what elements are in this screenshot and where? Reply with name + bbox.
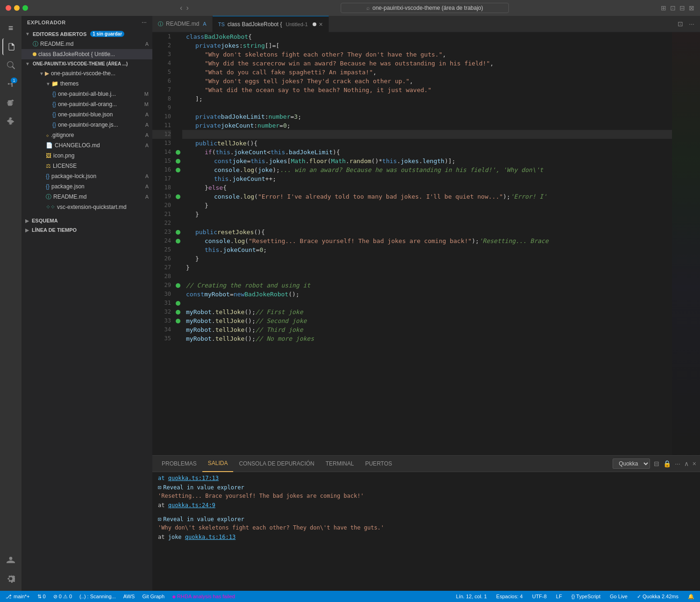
- close-button[interactable]: [6, 5, 11, 11]
- panel-tab-terminal[interactable]: TERMINAL: [320, 456, 360, 472]
- language-icon: {}: [571, 594, 575, 599]
- open-editor-readme[interactable]: ⓘ README.md A: [21, 39, 152, 49]
- project-section[interactable]: ▼ ONE-PAUINTXI-VSCODE-THEME (ÁREA ...): [21, 59, 152, 68]
- layout-icon-1[interactable]: ⊞: [661, 4, 666, 12]
- activity-extensions-icon[interactable]: [2, 113, 19, 130]
- file-vsc-ext[interactable]: ⁘⁘ vsc-extension-quickstart.md: [21, 202, 152, 212]
- file-orange[interactable]: {} one-pauintxi-orange.js... A: [21, 120, 152, 130]
- layout-icon-2[interactable]: ⊡: [670, 4, 676, 12]
- file-package-lock[interactable]: {} package-lock.json A: [21, 171, 152, 181]
- search-bar[interactable]: ⌕ one-pauintxi-vscode-theme (área de tra…: [341, 3, 509, 13]
- status-aws[interactable]: AWS: [121, 594, 137, 599]
- panel-collapse-icon[interactable]: ∧: [684, 460, 689, 467]
- activity-account-icon[interactable]: [2, 552, 19, 568]
- panel-content: at quokka.ts:17:13 ⊡ Reveal in value exp…: [152, 472, 700, 591]
- tab-readme[interactable]: ⓘ README.md A: [152, 16, 213, 32]
- file-icon-png[interactable]: 🖼 icon.png: [21, 150, 152, 161]
- panel-filter-icon[interactable]: ⊟: [654, 460, 659, 467]
- code-line-35: myRobot.tellJoke(); // No more jokes: [182, 334, 672, 343]
- panel-tab-actions: Quokka ⊟ 🔒 ··· ∧ ×: [613, 459, 696, 469]
- code-line-24: console.log("Resetting... Brace yourself…: [182, 236, 672, 245]
- file-gitignore[interactable]: ⬦ .gitignore A: [21, 130, 152, 140]
- tab-close-icon[interactable]: ×: [319, 21, 323, 28]
- panel-close-icon[interactable]: ×: [693, 460, 696, 467]
- more-actions-icon[interactable]: ···: [687, 19, 696, 29]
- outline-section[interactable]: ▶ ESQUEMA: [21, 216, 152, 225]
- status-eol[interactable]: LF: [554, 594, 564, 599]
- file-blue[interactable]: {} one-pauintxi-blue.json A: [21, 109, 152, 120]
- json-file-icon-1: {}: [52, 91, 56, 97]
- code-line-3: "Why don't skeletons fight each other? T…: [182, 50, 672, 59]
- layout-icon-3[interactable]: ⊟: [679, 4, 685, 12]
- code-line-4: "Why did the scarecrow win an award? Bec…: [182, 59, 672, 68]
- activity-source-control-icon[interactable]: 1: [2, 76, 19, 93]
- search-icon: ⌕: [366, 5, 370, 11]
- output-link-1[interactable]: quokka.ts:17:13: [168, 475, 219, 481]
- code-lines: class BadJokeRobot { private jokes: stri…: [182, 32, 672, 343]
- tab-bar: ⓘ README.md A TS class BadJokeRobot { Un…: [152, 16, 700, 32]
- source-control-badge: 1: [11, 78, 17, 83]
- activity-menu-icon[interactable]: ≡: [2, 20, 19, 36]
- window-controls[interactable]: [6, 5, 28, 11]
- split-editor-icon[interactable]: ⊡: [676, 19, 685, 29]
- nav-forward-icon[interactable]: ›: [186, 4, 188, 12]
- tab-bad-joke[interactable]: TS class BadJokeRobot { Untitled-1 ×: [213, 16, 329, 32]
- code-line-16: console.log(joke); ... win an award? Bec…: [182, 165, 672, 174]
- status-go-live[interactable]: Go Live: [608, 594, 629, 599]
- project-collapse-icon: ▼: [25, 61, 30, 66]
- open-editors-section[interactable]: ▼ EDITORES ABIERTOS 1 sin guardar: [21, 29, 152, 39]
- panel-tab-problems[interactable]: PROBLEMAS: [156, 456, 202, 472]
- file-all-blue[interactable]: {} one-pauintxi-all-blue.j... M: [21, 89, 152, 99]
- folder-root[interactable]: ▼ ▶ one-pauintxi-vscode-the...: [21, 68, 152, 79]
- timeline-section[interactable]: ▶ LÍNEA DE TIEMPO: [21, 225, 152, 235]
- file-changelog[interactable]: 📄 CHANGELOG.md A: [21, 140, 152, 150]
- timeline-collapse-icon: ▶: [25, 228, 29, 233]
- status-notifications[interactable]: 🔔: [686, 594, 696, 600]
- file-license[interactable]: ⚖ LICENSE: [21, 161, 152, 171]
- status-branch[interactable]: ⎇ main*+: [4, 594, 32, 600]
- output-link-3[interactable]: quokka.ts:16:13: [185, 534, 236, 540]
- file-readme-md[interactable]: ⓘ README.md A: [21, 192, 152, 202]
- sidebar-more-icon[interactable]: ···: [142, 20, 147, 25]
- output-dropdown[interactable]: Quokka: [613, 459, 650, 469]
- panel-more-icon[interactable]: ···: [675, 460, 680, 467]
- panel-tab-output[interactable]: SALIDA: [202, 456, 234, 472]
- layout-icon-4[interactable]: ⊠: [689, 4, 694, 12]
- status-git-graph[interactable]: Git Graph: [140, 594, 166, 599]
- output-reveal-2[interactable]: ⊡ Reveal in value explorer: [158, 515, 694, 523]
- panel-lock-icon[interactable]: 🔒: [663, 460, 671, 467]
- status-language[interactable]: {} TypeScript: [570, 594, 602, 599]
- activity-explorer-icon[interactable]: [2, 38, 19, 55]
- activity-settings-icon[interactable]: [2, 570, 19, 587]
- output-link-2[interactable]: quokka.ts:24:9: [168, 502, 215, 509]
- activity-search-icon[interactable]: [2, 57, 19, 74]
- status-spaces[interactable]: Espacios: 4: [494, 594, 525, 599]
- file-package-json[interactable]: {} package.json A: [21, 181, 152, 192]
- status-encoding[interactable]: UTF-8: [530, 594, 549, 599]
- file-all-orange[interactable]: {} one-pauintxi-all-orang... M: [21, 99, 152, 109]
- status-cursor[interactable]: Lín. 12, col. 1: [454, 594, 489, 599]
- status-rhda[interactable]: ◈ RHDA analysis has failed: [170, 594, 237, 600]
- code-content[interactable]: class BadJokeRobot { private jokes: stri…: [182, 32, 672, 455]
- status-quokka[interactable]: ✓ Quokka 2.42ms: [635, 594, 680, 600]
- status-sync[interactable]: ⇅ 0: [36, 594, 48, 600]
- status-errors[interactable]: ⊘ 0 ⚠ 0: [51, 594, 74, 600]
- maximize-button[interactable]: [22, 5, 28, 11]
- activity-debug-icon[interactable]: [2, 94, 19, 111]
- code-line-18: } else {: [182, 183, 672, 192]
- minimize-button[interactable]: [14, 5, 20, 11]
- panel-tab-ports[interactable]: PUERTOS: [359, 456, 398, 472]
- output-reveal-1[interactable]: ⊡ Reveal in value explorer: [158, 483, 694, 492]
- output-line-1[interactable]: at quokka.ts:17:13: [158, 474, 694, 482]
- code-line-28: [182, 272, 672, 281]
- status-scanning[interactable]: (..) : Scanning...: [78, 594, 118, 599]
- themes-folder[interactable]: ▼ 📁 themes: [21, 79, 152, 89]
- open-editor-bad-joke[interactable]: class BadJokeRobot { Untitle...: [21, 49, 152, 59]
- tab-readme-modifier: A: [203, 21, 206, 27]
- navigation-controls[interactable]: ‹ ›: [180, 4, 189, 12]
- panel-tab-debug[interactable]: CONSOLA DE DEPURACIÓN: [233, 456, 320, 472]
- license-icon: ⚖: [46, 163, 51, 169]
- tab-readme-label: README.md: [166, 21, 199, 27]
- tab-bad-joke-subtitle: Untitled-1: [286, 22, 308, 27]
- nav-back-icon[interactable]: ‹: [180, 4, 182, 12]
